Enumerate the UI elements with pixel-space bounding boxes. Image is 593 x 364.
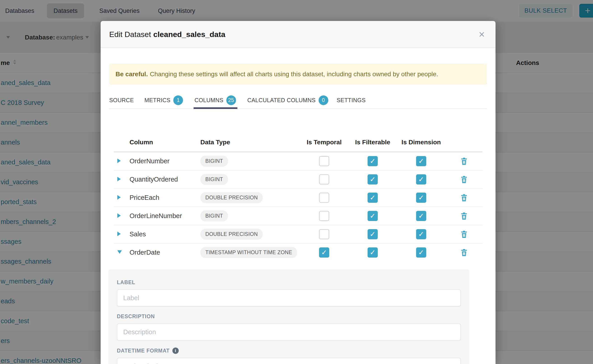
is-temporal-checkbox[interactable]: ✓ [319, 156, 329, 166]
modal-body: Be careful. Changing these settings will… [101, 48, 495, 364]
column-row: PriceEachDOUBLE PRECISION✓✓✓ [114, 189, 482, 207]
data-type-pill: BIGINT [200, 174, 228, 185]
column-row: OrderNumberBIGINT✓✓✓ [114, 152, 482, 170]
is-dimension-checkbox[interactable]: ✓ [416, 211, 426, 221]
check-icon: ✓ [321, 248, 327, 257]
trash-icon[interactable] [460, 248, 468, 257]
data-type-pill: DOUBLE PRECISION [200, 229, 263, 240]
expand-toggle[interactable] [114, 177, 125, 182]
expand-toggle[interactable] [114, 250, 125, 255]
tab-count-badge: 1 [173, 95, 183, 105]
check-icon: ✓ [370, 248, 376, 257]
trash-icon[interactable] [460, 176, 468, 184]
column-name: OrderDate [125, 249, 197, 256]
is-temporal-checkbox[interactable]: ✓ [319, 247, 329, 258]
column-header: Column [125, 139, 197, 146]
is-filterable-checkbox[interactable]: ✓ [368, 211, 378, 221]
expand-toggle[interactable] [114, 232, 125, 237]
data-type-header: Data Type [197, 139, 300, 146]
is-dimension-checkbox[interactable]: ✓ [416, 156, 426, 166]
warning-text: Changing these settings will affect all … [150, 71, 438, 78]
modal-title-prefix: Edit Dataset [109, 30, 151, 39]
is-temporal-checkbox[interactable]: ✓ [319, 211, 329, 221]
modal-dataset-name: cleaned_sales_data [153, 30, 225, 39]
tab-metrics[interactable]: METRICS1 [145, 92, 183, 109]
column-name: OrderNumber [125, 157, 197, 165]
trash-icon[interactable] [460, 157, 468, 165]
check-icon: ✓ [370, 212, 376, 220]
column-row: OrderDateTIMESTAMP WITHOUT TIME ZONE✓✓✓ [114, 244, 482, 261]
column-name: Sales [125, 230, 197, 238]
close-icon[interactable]: × [475, 27, 489, 41]
expand-toggle[interactable] [114, 159, 125, 164]
tab-columns[interactable]: COLUMNS25 [195, 92, 236, 109]
check-icon: ✓ [418, 230, 424, 238]
check-icon: ✓ [370, 157, 376, 165]
label-field-label: LABEL [117, 280, 461, 286]
is-dimension-checkbox[interactable]: ✓ [416, 247, 426, 258]
modal-tabs: SOURCEMETRICS1COLUMNS25CALCULATED COLUMN… [109, 92, 487, 109]
modal-title: Edit Dataset cleaned_sales_data [109, 21, 225, 48]
warning-banner: Be careful. Changing these settings will… [109, 64, 487, 85]
trash-icon[interactable] [460, 230, 468, 238]
check-icon: ✓ [370, 194, 376, 202]
data-type-pill: BIGINT [200, 156, 228, 167]
column-row: QuantityOrderedBIGINT✓✓✓ [114, 170, 482, 189]
check-icon: ✓ [370, 230, 376, 238]
datetime-format-field-label: DATETIME FORMAT i [117, 348, 461, 354]
datasets-page: DatabasesDatasetsSaved QueriesQuery Hist… [0, 0, 593, 364]
is-temporal-checkbox[interactable]: ✓ [319, 174, 329, 184]
caret-right-icon [117, 195, 121, 200]
check-icon: ✓ [418, 248, 424, 257]
description-field-label: DESCRIPTION [117, 313, 461, 319]
tab-label: CALCULATED COLUMNS [247, 97, 316, 104]
columns-table-header: Column Data Type Is Temporal Is Filterab… [114, 133, 482, 152]
is-filterable-checkbox[interactable]: ✓ [368, 156, 378, 166]
tab-label: COLUMNS [195, 97, 223, 104]
check-icon: ✓ [418, 212, 424, 220]
is-temporal-checkbox[interactable]: ✓ [319, 229, 329, 239]
datetime-format-input[interactable] [117, 358, 461, 364]
is-filterable-checkbox[interactable]: ✓ [368, 229, 378, 239]
caret-right-icon [117, 159, 121, 163]
is-dimension-checkbox[interactable]: ✓ [416, 174, 426, 184]
is-dimension-checkbox[interactable]: ✓ [416, 229, 426, 239]
warning-bold: Be careful. [116, 71, 148, 78]
modal-header: Edit Dataset cleaned_sales_data × [101, 21, 495, 48]
check-icon: ✓ [418, 175, 424, 184]
column-row: OrderLineNumberBIGINT✓✓✓ [114, 207, 482, 225]
column-name: QuantityOrdered [125, 176, 197, 183]
check-icon: ✓ [370, 175, 376, 184]
is-temporal-checkbox[interactable]: ✓ [319, 193, 329, 203]
columns-table: Column Data Type Is Temporal Is Filterab… [114, 133, 482, 261]
tab-calculated-columns[interactable]: CALCULATED COLUMNS0 [247, 92, 328, 109]
is-dimension-checkbox[interactable]: ✓ [416, 193, 426, 203]
tab-source[interactable]: SOURCE [109, 92, 134, 109]
tab-label: SOURCE [109, 97, 134, 104]
check-icon: ✓ [418, 157, 424, 165]
expand-toggle[interactable] [114, 195, 125, 201]
tab-label: METRICS [145, 97, 170, 104]
trash-icon[interactable] [460, 212, 468, 220]
expand-toggle[interactable] [114, 213, 125, 219]
data-type-pill: DOUBLE PRECISION [200, 192, 263, 203]
column-name: OrderLineNumber [125, 212, 197, 220]
tab-settings[interactable]: SETTINGS [337, 92, 366, 109]
label-input[interactable] [117, 289, 461, 306]
is-filterable-checkbox[interactable]: ✓ [368, 247, 378, 258]
trash-icon[interactable] [460, 194, 468, 202]
tab-count-badge: 25 [226, 95, 236, 105]
edit-dataset-modal: Edit Dataset cleaned_sales_data × Be car… [101, 21, 495, 364]
is-dimension-header: Is Dimension [397, 139, 445, 146]
is-filterable-checkbox[interactable]: ✓ [368, 193, 378, 203]
caret-down-icon [117, 250, 122, 254]
column-name: PriceEach [125, 194, 197, 202]
is-filterable-checkbox[interactable]: ✓ [368, 174, 378, 184]
column-detail-panel: LABEL DESCRIPTION DATETIME FORMAT i [108, 269, 469, 364]
description-input[interactable] [117, 323, 461, 341]
caret-right-icon [117, 232, 121, 236]
caret-right-icon [117, 177, 121, 181]
data-type-pill: BIGINT [200, 210, 228, 221]
info-icon[interactable]: i [172, 348, 179, 354]
is-filterable-header: Is Filterable [348, 139, 397, 146]
